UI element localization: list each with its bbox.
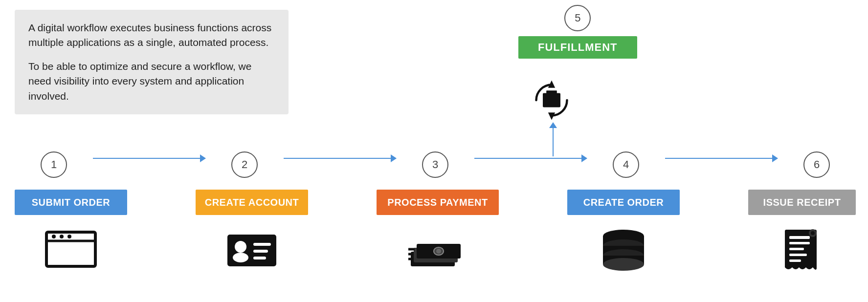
svg-rect-9 <box>227 235 276 266</box>
svg-point-37 <box>811 231 815 235</box>
svg-rect-14 <box>253 257 266 259</box>
svg-point-10 <box>235 241 246 253</box>
icon-issue-receipt <box>748 227 856 274</box>
svg-rect-34 <box>789 254 807 256</box>
label-create-order: CREATE ORDER <box>567 190 680 215</box>
fulfillment-badge: FULFILLMENT <box>518 36 637 59</box>
svg-point-11 <box>233 253 248 262</box>
icons-row <box>15 227 856 274</box>
main-container: A digital workflow executes business fun… <box>0 0 868 302</box>
svg-rect-33 <box>789 248 804 250</box>
svg-rect-12 <box>253 243 271 246</box>
icon-create-account <box>196 227 308 271</box>
step-circle-4: 4 <box>613 151 639 178</box>
arrow-4-6 <box>665 158 778 159</box>
description-box: A digital workflow executes business fun… <box>15 10 289 114</box>
svg-rect-13 <box>253 250 268 253</box>
step-1: 1 <box>15 151 93 178</box>
arrow-3-4 <box>474 158 587 159</box>
label-create-account: CREATE ACCOUNT <box>196 190 308 215</box>
svg-rect-0 <box>543 93 560 108</box>
svg-rect-35 <box>789 259 801 262</box>
labels-row: SUBMIT ORDER CREATE ACCOUNT PROCESS PAYM… <box>15 190 856 215</box>
arrow-1-2 <box>93 158 205 159</box>
svg-point-19 <box>436 249 441 254</box>
step-circle-2: 2 <box>231 151 258 178</box>
description-para2: To be able to optimize and secure a work… <box>28 59 275 104</box>
step-circle-6: 6 <box>803 151 830 178</box>
step-circle-3: 3 <box>422 151 448 178</box>
svg-rect-31 <box>789 236 810 239</box>
fulfillment-step-circle: 5 <box>564 5 591 31</box>
step-6: 6 <box>778 151 856 178</box>
svg-point-29 <box>603 258 644 271</box>
svg-point-6 <box>52 235 56 238</box>
description-para1: A digital workflow executes business fun… <box>28 21 275 50</box>
svg-point-7 <box>60 235 64 238</box>
svg-point-8 <box>67 235 71 238</box>
steps-row: 1 2 3 4 6 <box>15 151 856 178</box>
step-4: 4 <box>587 151 665 178</box>
label-process-payment: PROCESS PAYMENT <box>377 190 499 215</box>
label-issue-receipt: ISSUE RECEIPT <box>748 190 856 215</box>
label-submit-order: SUBMIT ORDER <box>15 190 127 215</box>
icon-process-payment <box>377 227 499 271</box>
svg-rect-1 <box>546 90 557 95</box>
step-2: 2 <box>205 151 284 178</box>
step-circle-1: 1 <box>41 151 67 178</box>
step-3: 3 <box>396 151 474 178</box>
arrow-2-3 <box>284 158 396 159</box>
icon-create-order <box>567 227 680 274</box>
fulfillment-area: 5 FULFILLMENT <box>518 5 637 59</box>
svg-rect-32 <box>789 242 810 244</box>
icon-submit-order <box>15 227 127 271</box>
